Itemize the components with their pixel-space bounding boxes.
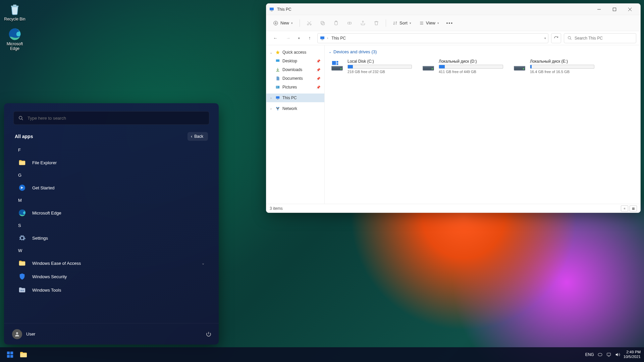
desktop-icon-label: Recycle Bin: [4, 17, 25, 21]
svg-rect-57: [10, 352, 13, 354]
sidebar-item-documents[interactable]: Documents 📌: [266, 74, 324, 83]
arrow-right-icon: →: [286, 36, 290, 41]
desktop-icon-edge[interactable]: Microsoft Edge: [3, 27, 27, 51]
start-search-input[interactable]: [28, 116, 204, 121]
folder-icon: [18, 159, 26, 167]
svg-point-55: [523, 68, 524, 69]
app-letter-f[interactable]: F: [15, 144, 208, 156]
app-item-windows-security[interactable]: Windows Security: [15, 270, 208, 283]
power-button[interactable]: [203, 328, 215, 340]
address-dropdown-icon[interactable]: ▾: [544, 37, 546, 40]
minimize-button[interactable]: [591, 4, 607, 15]
paste-button[interactable]: [330, 17, 342, 29]
explorer-content: ⌄ Devices and drives (3) Local Disk (C:)…: [325, 45, 640, 204]
view-button[interactable]: View ▾: [416, 17, 442, 29]
network-icon: [275, 106, 280, 111]
pictures-icon: [275, 84, 280, 90]
tray-onedrive-icon[interactable]: [597, 352, 603, 357]
breadcrumb[interactable]: This PC: [330, 36, 347, 41]
language-indicator[interactable]: ENG: [585, 352, 594, 357]
trash-icon: [374, 20, 379, 26]
windows-logo-icon: [6, 351, 14, 358]
delete-button[interactable]: [370, 17, 382, 29]
view-tiles-button[interactable]: ▦: [630, 205, 637, 212]
tray-volume-icon[interactable]: [615, 352, 620, 357]
edge-icon: [8, 27, 21, 41]
section-header-devices[interactable]: ⌄ Devices and drives (3): [329, 48, 636, 58]
share-button[interactable]: [357, 17, 369, 29]
refresh-button[interactable]: [551, 33, 561, 43]
tools-icon: [18, 286, 26, 294]
start-button[interactable]: [3, 348, 17, 361]
user-avatar-icon: [12, 329, 22, 339]
svg-rect-60: [598, 353, 602, 356]
app-item-edge[interactable]: Microsoft Edge: [15, 206, 208, 220]
explorer-navbar: ← → ▾ ↑ › This PC ▾: [266, 31, 640, 45]
svg-rect-59: [10, 355, 13, 358]
app-item-windows-tools[interactable]: Windows Tools: [15, 283, 208, 297]
drive-name: Локальный диск (D:): [439, 59, 503, 64]
window-titlebar[interactable]: This PC: [266, 4, 640, 15]
chevron-down-icon: ⌄: [202, 261, 205, 265]
power-icon: [206, 331, 212, 337]
forward-nav-button[interactable]: →: [283, 33, 293, 43]
download-icon: [275, 67, 280, 72]
drive-item[interactable]: Local Disk (C:) 218 GB free of 232 GB: [329, 58, 413, 75]
chevron-right-icon: ›: [327, 36, 328, 40]
recent-nav-button[interactable]: ▾: [296, 33, 302, 43]
up-nav-button[interactable]: ↑: [305, 33, 315, 43]
address-bar[interactable]: › This PC ▾: [317, 33, 548, 43]
new-button[interactable]: New ▾: [270, 17, 296, 29]
view-details-button[interactable]: ≡: [621, 205, 628, 212]
app-item-settings[interactable]: Settings: [15, 231, 208, 245]
sidebar-item-pictures[interactable]: Pictures 📌: [266, 83, 324, 92]
search-icon: [18, 116, 23, 121]
sort-button[interactable]: Sort ▾: [389, 17, 415, 29]
app-letter-w[interactable]: W: [15, 245, 208, 256]
clipboard-icon: [333, 20, 339, 26]
svg-rect-11: [613, 8, 616, 11]
app-item-ease-of-access[interactable]: Windows Ease of Access ⌄: [15, 256, 208, 270]
plus-circle-icon: [273, 20, 278, 26]
maximize-button[interactable]: [607, 4, 622, 15]
svg-rect-54: [514, 66, 525, 67]
recycle-bin-icon: [8, 3, 21, 16]
drive-item[interactable]: Локальный диск (E:) 16.4 GB free of 16.5…: [511, 58, 596, 75]
svg-rect-31: [320, 36, 324, 39]
sidebar-item-quick-access[interactable]: ⌄ Quick access: [266, 48, 324, 57]
user-account-button[interactable]: User: [8, 326, 39, 342]
sidebar-item-desktop[interactable]: Desktop 📌: [266, 57, 324, 65]
svg-rect-38: [276, 96, 280, 99]
new-label: New: [280, 20, 289, 25]
cut-button[interactable]: [303, 17, 315, 29]
close-button[interactable]: [622, 4, 638, 15]
app-letter-g[interactable]: G: [15, 169, 208, 181]
tray-network-icon[interactable]: [606, 352, 611, 357]
app-item-file-explorer[interactable]: File Explorer: [15, 156, 208, 169]
taskbar-item-file-explorer[interactable]: [17, 348, 30, 361]
sidebar-item-downloads[interactable]: Downloads 📌: [266, 65, 324, 74]
more-button[interactable]: •••: [444, 17, 456, 29]
explorer-search-box[interactable]: [564, 33, 636, 43]
drive-free-text: 411 GB free of 449 GB: [439, 70, 503, 74]
svg-rect-46: [332, 61, 336, 65]
explorer-search-input[interactable]: [575, 36, 633, 41]
back-button[interactable]: ‹ Back: [187, 132, 208, 141]
app-item-get-started[interactable]: Get Started: [15, 181, 208, 194]
sidebar-item-this-pc[interactable]: › This PC: [266, 94, 324, 102]
taskbar-clock[interactable]: 2:49 PM 10/5/2021: [624, 350, 641, 359]
gear-icon: [18, 234, 26, 242]
start-search-box[interactable]: [13, 111, 209, 125]
back-label: Back: [194, 134, 203, 139]
rename-button[interactable]: [343, 17, 356, 29]
copy-button[interactable]: [317, 17, 329, 29]
desktop-icon-recycle-bin[interactable]: Recycle Bin: [3, 3, 27, 21]
back-nav-button[interactable]: ←: [270, 33, 280, 43]
app-letter-s[interactable]: S: [15, 220, 208, 231]
app-letter-m[interactable]: M: [15, 194, 208, 206]
sidebar-item-network[interactable]: › Network: [266, 104, 324, 113]
drive-icon: [421, 59, 435, 73]
share-icon: [360, 20, 366, 26]
drive-item[interactable]: Локальный диск (D:) 411 GB free of 449 G…: [420, 58, 504, 75]
file-explorer-window: This PC New ▾ Sort ▾ View ▾ •••: [266, 3, 641, 213]
